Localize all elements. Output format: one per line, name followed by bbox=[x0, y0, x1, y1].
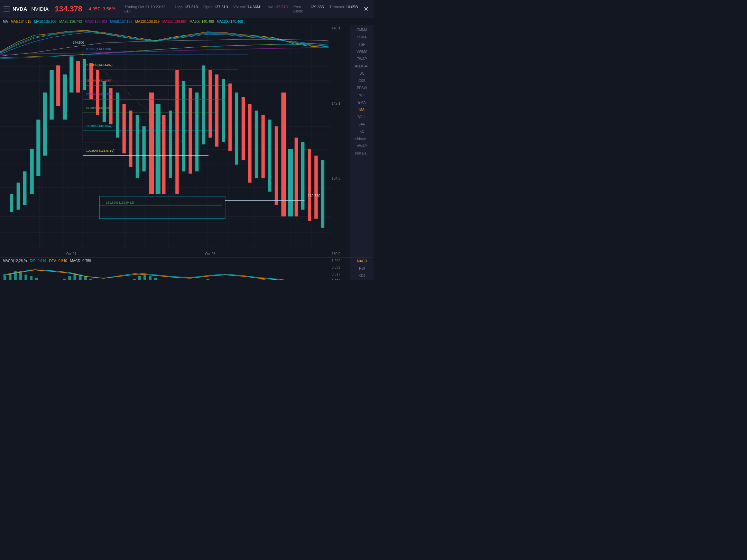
svg-rect-37 bbox=[169, 111, 172, 178]
ma50[interactable]: MA50:137.185 bbox=[110, 20, 132, 24]
sidebar-item-twap[interactable]: TWAP bbox=[350, 55, 374, 63]
svg-rect-15 bbox=[23, 171, 27, 205]
sidebar-item-dc[interactable]: DC bbox=[350, 70, 374, 77]
volume-info: Volume 74.66M bbox=[233, 5, 260, 13]
svg-rect-39 bbox=[182, 81, 185, 171]
svg-rect-59 bbox=[314, 156, 318, 219]
sidebar-item-lsma[interactable]: LSMA bbox=[350, 34, 374, 41]
turnover-info: Turnover 10.05B bbox=[329, 5, 358, 13]
sidebar-item-kc[interactable]: KC bbox=[350, 128, 374, 135]
macd-value: MACD:-0.759 bbox=[70, 259, 91, 263]
sidebar-item-tsf[interactable]: TSF bbox=[350, 41, 374, 48]
sidebar-item-boll[interactable]: BOLL bbox=[350, 113, 374, 121]
macd-header: MACD(12,26,9) DIF:-0.919 DEA:-0.540 MACD… bbox=[3, 259, 91, 263]
sidebar-item-vwma[interactable]: VWMA bbox=[350, 48, 374, 55]
macd-sidebar-wmsr[interactable]: WMSR bbox=[350, 279, 374, 280]
sidebar-item-ppsw[interactable]: PPSW bbox=[350, 84, 374, 92]
svg-rect-53 bbox=[275, 126, 278, 205]
svg-rect-56 bbox=[295, 138, 298, 216]
svg-rect-16 bbox=[30, 149, 34, 194]
price-meta: Trading Oct 31 10:20:32 EDT High 137.610… bbox=[124, 5, 358, 13]
sidebar-item-alligat[interactable]: ALLIGAT bbox=[350, 63, 374, 70]
svg-rect-76 bbox=[3, 276, 6, 280]
sidebar-item-gmma[interactable]: GMMA bbox=[350, 26, 374, 34]
svg-rect-20 bbox=[56, 65, 60, 106]
ma500[interactable]: MA500:140.490 bbox=[190, 20, 214, 24]
svg-rect-38 bbox=[175, 70, 179, 194]
svg-rect-34 bbox=[149, 93, 154, 194]
svg-rect-23 bbox=[76, 61, 80, 92]
svg-rect-33 bbox=[142, 126, 146, 171]
svg-rect-60 bbox=[321, 160, 324, 228]
price-axis: 146.1 142.1 134.6 130.9 bbox=[331, 25, 350, 257]
svg-rect-92 bbox=[89, 279, 92, 280]
svg-rect-35 bbox=[156, 104, 160, 194]
sidebar-item-ema[interactable]: EMA bbox=[350, 99, 374, 106]
sidebar-item-wf[interactable]: WF bbox=[350, 92, 374, 99]
sidebar-item-ma[interactable]: MA bbox=[350, 106, 374, 113]
sidebar-item-ichimoku[interactable]: Ichimok... bbox=[350, 135, 374, 142]
svg-rect-81 bbox=[30, 276, 33, 280]
high-info: High 137.610 bbox=[175, 5, 198, 13]
ma10[interactable]: MA10:135.603 bbox=[34, 20, 57, 24]
svg-rect-22 bbox=[70, 56, 73, 92]
macd-level-1: 1.202 bbox=[332, 259, 349, 263]
svg-rect-114 bbox=[206, 279, 209, 280]
macd-chart[interactable]: MACD(12,26,9) DIF:-0.919 DEA:-0.540 MACD… bbox=[0, 258, 350, 280]
svg-rect-57 bbox=[301, 142, 305, 210]
svg-rect-27 bbox=[103, 81, 106, 122]
svg-rect-42 bbox=[202, 65, 205, 144]
macd-level-2: 0.859 bbox=[332, 265, 349, 269]
macd-sidebar-kdj[interactable]: KDJ bbox=[350, 272, 374, 279]
macd-sidebar-rsi[interactable]: RSI bbox=[350, 265, 374, 272]
sidebar-item-sar[interactable]: SAR bbox=[350, 121, 374, 128]
svg-rect-124 bbox=[262, 279, 265, 280]
sidebar-item-vwap[interactable]: VWAP bbox=[350, 142, 374, 150]
macd-container: MACD(12,26,9) DIF:-0.919 DEA:-0.540 MACD… bbox=[0, 257, 374, 280]
ma250[interactable]: MA250:139.667 bbox=[162, 20, 187, 24]
ma-label: MA bbox=[3, 20, 8, 24]
svg-rect-54 bbox=[281, 93, 286, 217]
ma5[interactable]: MA5:134.015 bbox=[11, 20, 31, 24]
svg-rect-48 bbox=[242, 97, 245, 160]
close-button[interactable]: ✕ bbox=[362, 5, 370, 13]
ma1000[interactable]: MA1000:140.460 bbox=[217, 20, 243, 24]
prev-close-info: Prev Close 139.335 bbox=[293, 5, 324, 13]
header: NVDA NVIDIA 134.378 -4.957 -3.56% Tradin… bbox=[0, 0, 374, 18]
trading-info: Trading Oct 31 10:20:32 EDT bbox=[124, 5, 169, 13]
ma20[interactable]: MA20:136.743 bbox=[59, 20, 82, 24]
svg-rect-24 bbox=[83, 59, 86, 90]
price-level-2: 142.1 bbox=[332, 102, 349, 105]
svg-rect-103 bbox=[149, 276, 151, 280]
svg-rect-18 bbox=[43, 93, 47, 156]
macd-sidebar-macd[interactable]: MACD bbox=[350, 258, 374, 265]
svg-rect-51 bbox=[261, 115, 265, 178]
ticker-name[interactable]: NVIDIA bbox=[31, 6, 49, 12]
right-sidebar: GMMA LSMA TSF VWMA TWAP ALLIGAT DC CKS P… bbox=[350, 25, 374, 257]
svg-rect-104 bbox=[154, 278, 157, 280]
sidebar-item-tomde[interactable]: Tom De... bbox=[350, 150, 374, 157]
svg-rect-82 bbox=[35, 278, 38, 280]
svg-rect-43 bbox=[209, 70, 212, 138]
ma120[interactable]: MA120:138.619 bbox=[135, 20, 160, 24]
price-level-3: 134.6 bbox=[332, 177, 349, 180]
macd-dea: DEA:-0.540 bbox=[49, 259, 67, 263]
svg-rect-101 bbox=[138, 276, 141, 280]
ticker-symbol[interactable]: NVDA bbox=[12, 6, 27, 12]
svg-rect-30 bbox=[122, 104, 126, 153]
sidebar-item-cks[interactable]: CKS bbox=[350, 77, 374, 84]
svg-rect-58 bbox=[308, 149, 311, 221]
date-oct28: Oct 28 bbox=[205, 252, 215, 256]
svg-rect-87 bbox=[63, 279, 66, 280]
svg-rect-41 bbox=[195, 93, 199, 171]
open-info: Open 137.610 bbox=[203, 5, 228, 13]
chart-area[interactable]: 144.500 0.00% (144.1300) 23.60% (143.440… bbox=[0, 25, 350, 257]
svg-rect-13 bbox=[10, 194, 13, 212]
svg-rect-19 bbox=[50, 70, 54, 119]
macd-dif: DIF:-0.919 bbox=[30, 259, 46, 263]
macd-level-4: 0.174 bbox=[332, 279, 349, 280]
main-container: 144.500 0.00% (144.1300) 23.60% (143.440… bbox=[0, 25, 374, 257]
ma30[interactable]: MA30:136.903 bbox=[85, 20, 107, 24]
svg-rect-49 bbox=[248, 104, 252, 183]
menu-icon[interactable] bbox=[3, 7, 10, 11]
